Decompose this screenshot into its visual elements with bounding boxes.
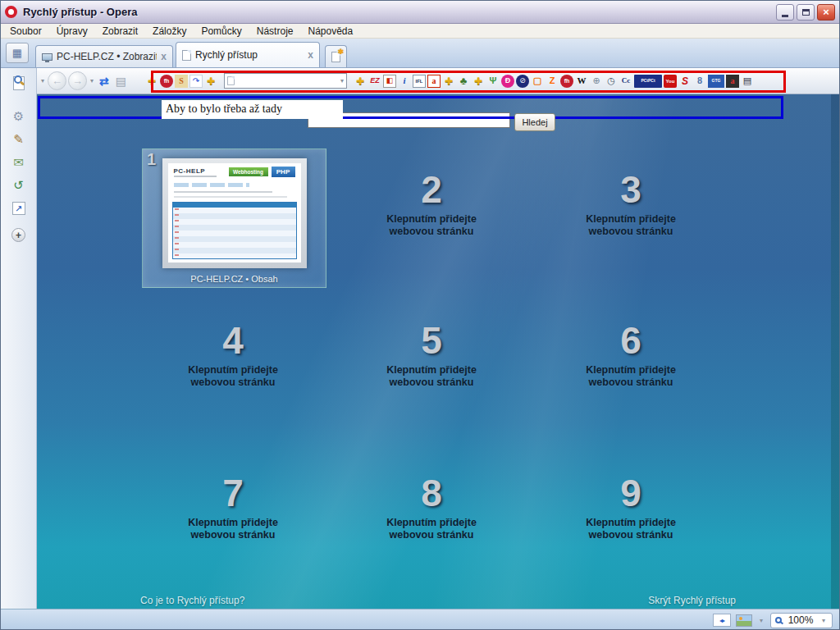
opera-window: Rychlý přístup - Opera × SouborÚpravyZob… xyxy=(0,0,840,630)
fast-forward-icon[interactable]: ⇄ xyxy=(96,75,112,88)
status-bar: ◂▸ ▾ 100% ▾ xyxy=(1,609,839,630)
minimize-button[interactable] xyxy=(776,4,794,21)
speed-dial-empty-cell[interactable]: 5 Klepnutím přidejte webovou stránku xyxy=(337,321,526,389)
tab-label: Rychlý přístup xyxy=(195,49,304,61)
favicon-seznam[interactable]: S xyxy=(678,75,692,88)
favicon-swirl[interactable]: S xyxy=(175,75,188,88)
dial-label-line2: webovou stránku xyxy=(191,377,276,388)
address-input[interactable] xyxy=(235,75,340,87)
history-icon[interactable]: ↺ xyxy=(13,179,24,192)
thumb-logo-tagline xyxy=(174,176,217,177)
dial-placeholder-label: Klepnutím přidejte webovou stránku xyxy=(337,213,526,238)
favicon-redblack[interactable]: ◧ xyxy=(383,75,396,88)
panels-sidebar: ⚙ ✎ ✉ ↺ ↗ + xyxy=(1,68,37,609)
notes-icon[interactable]: ✎ xyxy=(13,133,24,146)
favicon-8[interactable]: 8 xyxy=(693,75,706,88)
favicon-dark-a[interactable]: a xyxy=(726,75,739,88)
dial-number: 4 xyxy=(139,321,327,360)
favicon-orange-box[interactable]: ▢ xyxy=(531,75,544,88)
add-bookmark-plus-icon[interactable]: ✚ xyxy=(204,75,217,88)
menu-item[interactable]: Nápověda xyxy=(300,25,360,38)
forward-button[interactable]: → xyxy=(68,71,87,90)
widgets-gear-icon[interactable]: ⚙ xyxy=(13,110,24,123)
menu-item[interactable]: Zobrazit xyxy=(95,25,145,38)
what-is-speed-dial-link[interactable]: Co je to Rychlý přístup? xyxy=(140,595,244,606)
dial-label-line2: webovou stránku xyxy=(589,377,673,388)
links-icon[interactable]: ↗ xyxy=(12,202,25,215)
back-button[interactable]: ← xyxy=(48,71,66,90)
favicon-youtube[interactable]: You xyxy=(664,75,677,88)
toolbar-overflow-caret[interactable]: ▾ xyxy=(39,77,47,84)
document-icon[interactable]: ▤ xyxy=(112,75,130,88)
dial-label-line1: Klepnutím přidejte xyxy=(188,517,278,528)
favicon-fh[interactable]: fh xyxy=(160,75,173,88)
favicon-tree[interactable]: ♣ xyxy=(457,75,470,88)
speed-dial-empty-cell[interactable]: 8 Klepnutím přidejte webovou stránku xyxy=(337,473,526,541)
window-frame-strip xyxy=(831,94,839,609)
dial-label-line2: webovou stránku xyxy=(589,226,673,237)
add-bookmark-plus-icon[interactable]: ✚ xyxy=(442,75,455,88)
zoom-control[interactable]: 100% ▾ xyxy=(770,613,833,628)
tab-close-icon[interactable]: x xyxy=(161,51,167,62)
favicon-clock[interactable]: ◷ xyxy=(605,75,618,88)
panels-toggle-button[interactable]: ▦ xyxy=(6,43,29,63)
speed-dial-empty-cell[interactable]: 3 Klepnutím přidejte webovou stránku xyxy=(536,170,725,238)
menu-item[interactable]: Soubor xyxy=(2,25,49,38)
add-bookmark-plus-icon[interactable]: ✚ xyxy=(145,75,158,88)
tab-close-icon[interactable]: x xyxy=(308,49,313,61)
favicon-monitor[interactable]: ▤ xyxy=(741,75,754,88)
close-button[interactable]: × xyxy=(817,4,835,21)
hide-speed-dial-link[interactable]: Skrýt Rychlý přístup xyxy=(648,595,736,606)
favicon-pctpct[interactable]: PCtPCt xyxy=(634,75,662,88)
favicon-cc[interactable]: Cc xyxy=(619,75,632,88)
tab-speed-dial[interactable]: Rychlý přístup x xyxy=(176,42,320,67)
tab-pchelp[interactable]: PC-HELP.CZ • Zobrazit t... x xyxy=(35,45,173,67)
favicon-plant[interactable]: Ψ xyxy=(486,75,500,88)
opera-logo-icon xyxy=(5,6,17,18)
menu-item[interactable]: Úpravy xyxy=(49,25,95,38)
restore-button[interactable] xyxy=(797,4,815,21)
favicon-z[interactable]: Z xyxy=(546,75,559,88)
speed-dial-empty-cell[interactable]: 6 Klepnutím přidejte webovou stránku xyxy=(536,321,725,389)
favicon-arrow[interactable]: ↷ xyxy=(189,75,203,88)
address-dropdown-caret[interactable]: ▾ xyxy=(340,77,345,84)
fit-to-width-button[interactable]: ◂▸ xyxy=(713,614,731,627)
add-bookmark-plus-icon[interactable]: ✚ xyxy=(354,75,367,88)
chat-icon[interactable]: ✉ xyxy=(13,156,24,169)
dial-number: 1 xyxy=(147,150,156,169)
favicon-ez[interactable]: EZ xyxy=(368,75,381,88)
address-bar[interactable]: ▾ xyxy=(224,73,347,89)
dial-label-line1: Klepnutím přidejte xyxy=(386,517,477,528)
menu-item[interactable]: Záložky xyxy=(145,25,194,38)
new-tab-button[interactable]: ✱ xyxy=(325,45,347,67)
search-panel-button[interactable] xyxy=(7,72,31,94)
favicon-i[interactable]: i xyxy=(398,75,411,88)
speed-dial-empty-cell[interactable]: 4 Klepnutím přidejte webovou stránku xyxy=(139,321,327,389)
annotation-note: Aby to bylo třeba až tady xyxy=(162,100,343,119)
favicon-wikipedia[interactable]: W xyxy=(575,75,588,88)
favicon-gtg[interactable]: GTG xyxy=(708,75,724,88)
menu-item[interactable]: Nástroje xyxy=(249,25,301,38)
new-tab-star-icon: ✱ xyxy=(337,48,344,56)
favicon-fh[interactable]: fh xyxy=(560,75,573,88)
speed-dial-empty-cell[interactable]: 2 Klepnutím přidejte webovou stránku xyxy=(337,170,526,238)
add-panel-button[interactable]: + xyxy=(11,228,25,242)
history-caret[interactable]: ▾ xyxy=(88,77,96,84)
zoom-dropdown-caret[interactable]: ▾ xyxy=(819,617,828,624)
speed-dial-page: 1 PC-HELP Webhosting PHP xyxy=(37,94,839,609)
speed-dial-empty-cell[interactable]: 9 Klepnutím přidejte webovou stránku xyxy=(536,473,725,541)
favicon-pink-d[interactable]: Ð xyxy=(501,75,514,88)
menu-item[interactable]: Pomůcky xyxy=(194,25,249,38)
bookmarks-strip-left: ✚fhS↷✚ xyxy=(144,75,218,88)
favicon-globe[interactable]: ⊕ xyxy=(590,75,603,88)
favicon-a[interactable]: a xyxy=(427,75,441,88)
images-dropdown-caret[interactable]: ▾ xyxy=(757,617,765,624)
search-button[interactable]: Hledej xyxy=(514,113,555,131)
speed-dial-empty-cell[interactable]: 7 Klepnutím přidejte webovou stránku xyxy=(139,473,327,541)
speed-dial-1[interactable]: 1 PC-HELP Webhosting PHP xyxy=(142,148,326,288)
favicon-ifl[interactable]: IFL xyxy=(413,75,426,88)
favicon-navy-circle[interactable]: ⊘ xyxy=(516,75,529,88)
dial-caption: PC-HELP.CZ • Obsah xyxy=(143,274,326,284)
add-bookmark-plus-icon[interactable]: ✚ xyxy=(472,75,485,88)
images-toggle-button[interactable] xyxy=(736,614,752,627)
